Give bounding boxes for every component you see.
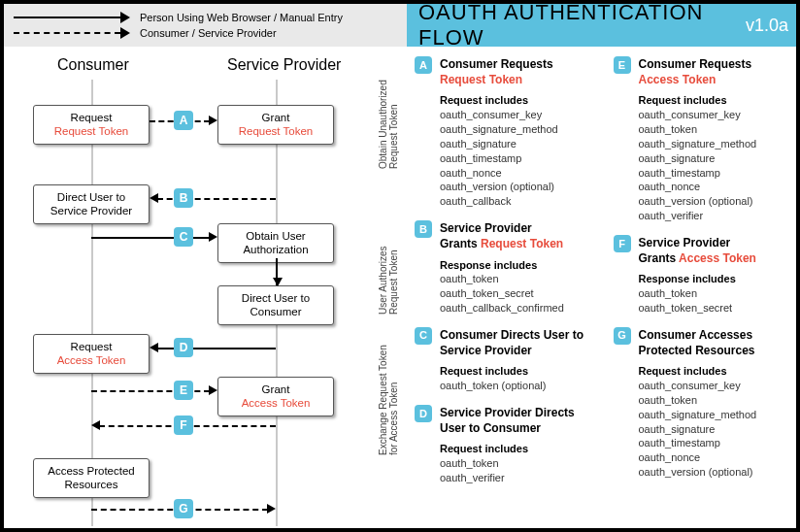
step-title: Consumer Accesses Protected Resources [639,327,795,358]
list-item: oauth_version (optional) [639,194,795,209]
step-red: Request Token [440,73,522,86]
list-item: oauth_consumer_key [639,379,795,393]
legend-solid: Person Using Web Browser / Manual Entry [14,10,397,25]
list-item: oauth_signature_method [639,408,795,422]
phase-3: Exchange Request Token for Access Token [378,345,399,455]
step-title: Service Provider Directs User to Consume… [440,405,596,436]
list-item: oauth_token [639,122,795,137]
version-label: v1.0a [746,16,788,36]
list-item: oauth_consumer_key [639,108,795,122]
box-request-access-token: Request Access Token [33,334,150,374]
list-item: oauth_token [639,286,795,301]
consumer-header: Consumer [57,56,129,74]
list-item: oauth_token_secret [440,286,596,301]
badge-d: D [174,338,193,357]
list-item: oauth_verifier [639,209,795,223]
list-item: oauth_callback_confirmed [440,301,596,316]
step-list: oauth_consumer_keyoauth_signature_method… [440,108,596,209]
box-line1: Request [40,111,143,124]
step-sub: Response includes [440,258,596,273]
step-title: Consumer Requests [639,57,752,71]
steps-grid: A Consumer RequestsRequest Token Request… [415,56,794,524]
step-title: Service Provider [639,236,731,249]
list-item: oauth_timestamp [440,151,596,166]
box-direct-user-to-consumer: Direct User to Consumer [217,285,334,325]
box-line2: Access Token [224,396,327,410]
step-title2: Grants [639,251,680,265]
step-sub: Request includes [639,364,795,379]
step-red: Access Token [679,251,756,265]
box-line1: Grant [224,111,327,124]
list-item: oauth_token [440,456,596,471]
badge-e: E [174,381,193,400]
box-request-request-token: Request Request Token [33,105,150,145]
list-item: oauth_signature_method [639,137,795,151]
list-item: oauth_signature_method [440,122,596,137]
list-item: oauth_consumer_key [440,108,596,122]
step-list: oauth_tokenoauth_token_secretoauth_callb… [440,272,596,316]
diagram-frame: Person Using Web Browser / Manual Entry … [0,0,800,532]
badge-g: G [174,499,193,518]
list-item: oauth_version (optional) [639,465,795,480]
step-badge: G [614,327,631,345]
box-obtain-user-auth: Obtain User Authorization [217,223,334,263]
badge-f: F [174,416,193,435]
box-line2: Access Token [40,353,143,367]
badge-a: A [174,111,193,130]
step-badge: E [614,56,631,74]
list-item: oauth_token_secret [639,301,795,316]
legend-dashed-label: Consumer / Service Provider [140,27,277,39]
badge-c: C [174,227,193,247]
step-badge: D [415,405,432,422]
step-list: oauth_token (optional) [440,379,596,393]
legend-dashed: Consumer / Service Provider [14,25,397,41]
steps-col-2: E Consumer RequestsAccess Token Request … [614,56,795,524]
arrow-auth-down [276,258,278,285]
box-line1: Request [40,340,143,353]
step-title: Consumer Requests [440,57,553,71]
step-f: F Service ProviderGrants Access Token Re… [614,235,795,316]
badge-b: B [174,188,193,208]
step-badge: F [614,235,631,252]
step-sub: Request includes [440,442,596,456]
provider-header: Service Provider [227,56,341,74]
details-panel: OAUTH AUTHENTICATION FLOW v1.0a A Consum… [407,4,800,528]
list-item: oauth_timestamp [639,436,795,450]
box-line1: Grant [224,382,327,396]
step-d: D Service Provider Directs User to Consu… [415,405,596,485]
title-bar: OAUTH AUTHENTICATION FLOW v1.0a [407,4,800,47]
box-grant-request-token: Grant Request Token [217,105,334,145]
list-item: oauth_version (optional) [440,180,596,194]
page-title: OAUTH AUTHENTICATION FLOW [418,0,746,50]
step-e: E Consumer RequestsAccess Token Request … [614,56,795,223]
step-sub: Request includes [440,364,596,379]
step-a: A Consumer RequestsRequest Token Request… [415,56,596,209]
step-badge: B [415,220,432,238]
box-line2: Request Token [40,124,143,138]
list-item: oauth_nonce [440,166,596,181]
flow-diagram: Person Using Web Browser / Manual Entry … [4,4,407,528]
step-b: B Service ProviderGrants Request Token R… [415,220,596,316]
list-item: oauth_signature [639,422,795,437]
step-sub: Request includes [440,93,596,108]
step-badge: A [415,56,432,74]
list-item: oauth_timestamp [639,166,795,181]
step-sub: Response includes [639,272,795,286]
step-title: Consumer Directs User to Service Provide… [440,327,596,358]
step-g: G Consumer Accesses Protected Resources … [614,327,795,480]
step-sub: Request includes [639,93,795,108]
list-item: oauth_callback [440,194,596,209]
step-title2: Grants [440,237,481,250]
dashed-arrow-icon [14,26,130,40]
steps-col-1: A Consumer RequestsRequest Token Request… [415,56,596,524]
list-item: oauth_signature [639,151,795,166]
list-item: oauth_token (optional) [440,379,596,393]
phase-1: Obtain Unauthorized Request Token [378,80,399,169]
step-list: oauth_tokenoauth_token_secret [639,286,795,316]
legend-solid-label: Person Using Web Browser / Manual Entry [140,12,343,23]
arrow-icon [14,11,130,24]
step-badge: C [415,327,432,345]
list-item: oauth_signature [440,137,596,151]
list-item: oauth_nonce [639,450,795,465]
step-list: oauth_tokenoauth_verifier [440,456,596,485]
